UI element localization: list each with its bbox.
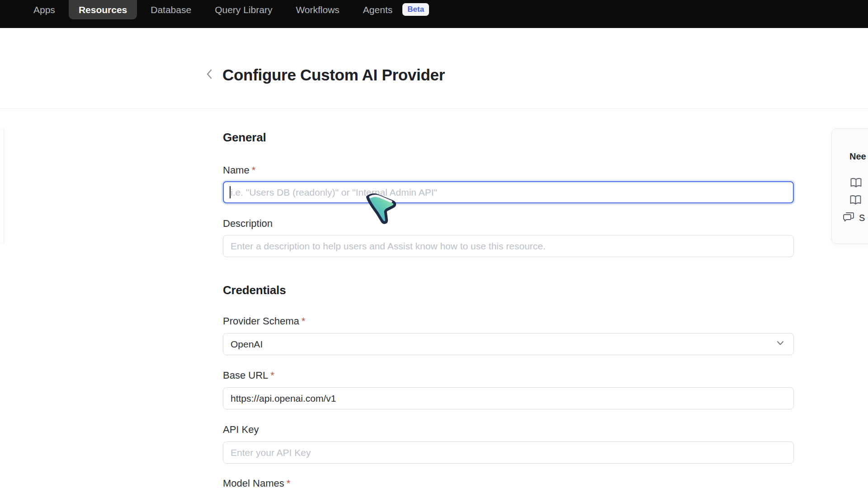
nav-item-resources[interactable]: Resources	[79, 4, 127, 15]
help-link-support[interactable]: S	[843, 211, 865, 224]
section-heading-credentials: Credentials	[223, 283, 794, 297]
page-title: Configure Custom AI Provider	[222, 65, 445, 85]
description-label: Description	[223, 218, 794, 230]
nav-item-database[interactable]: Database	[151, 4, 191, 15]
nav-item-agents-group: Agents Beta	[363, 4, 429, 16]
chevron-down-icon	[775, 338, 785, 350]
name-field-wrapper	[223, 181, 794, 203]
text-caret	[230, 186, 231, 198]
required-asterisk: *	[270, 370, 274, 381]
nav-item-apps[interactable]: Apps	[33, 4, 55, 15]
nav-item-workflows[interactable]: Workflows	[296, 4, 339, 15]
top-nav: Apps Resources Database Query Library Wo…	[0, 0, 868, 28]
help-card: Nee S	[831, 128, 868, 244]
book-icon	[849, 195, 862, 207]
help-card-title: Nee	[849, 151, 866, 162]
api-key-label: API Key	[223, 424, 794, 436]
required-asterisk: *	[302, 315, 306, 327]
book-icon	[850, 178, 862, 190]
required-asterisk: *	[252, 164, 256, 176]
configure-provider-form: General Name* Description Credentials Pr…	[223, 109, 794, 488]
description-input[interactable]	[223, 235, 794, 257]
chevron-left-icon	[205, 68, 213, 81]
model-names-label: Model Names*	[223, 478, 794, 488]
section-heading-general: General	[223, 131, 794, 144]
chat-icon	[843, 211, 854, 224]
back-button[interactable]	[203, 68, 216, 81]
provider-schema-label: Provider Schema*	[223, 315, 794, 327]
name-input[interactable]	[223, 181, 794, 203]
required-asterisk: *	[287, 478, 291, 488]
api-key-input[interactable]	[223, 441, 794, 464]
help-link-label: S	[859, 212, 865, 223]
nav-item-query-library[interactable]: Query Library	[215, 4, 272, 15]
beta-badge: Beta	[402, 3, 429, 16]
provider-schema-select[interactable]: OpenAI	[223, 333, 794, 355]
base-url-label: Base URL*	[223, 370, 794, 381]
left-card-edge	[0, 128, 4, 244]
name-label: Name*	[223, 164, 794, 176]
nav-item-agents[interactable]: Agents	[363, 4, 392, 15]
help-link-docs-2[interactable]	[849, 195, 862, 207]
provider-schema-value: OpenAI	[231, 339, 263, 350]
help-link-docs-1[interactable]	[850, 178, 862, 190]
base-url-input[interactable]	[223, 387, 794, 409]
